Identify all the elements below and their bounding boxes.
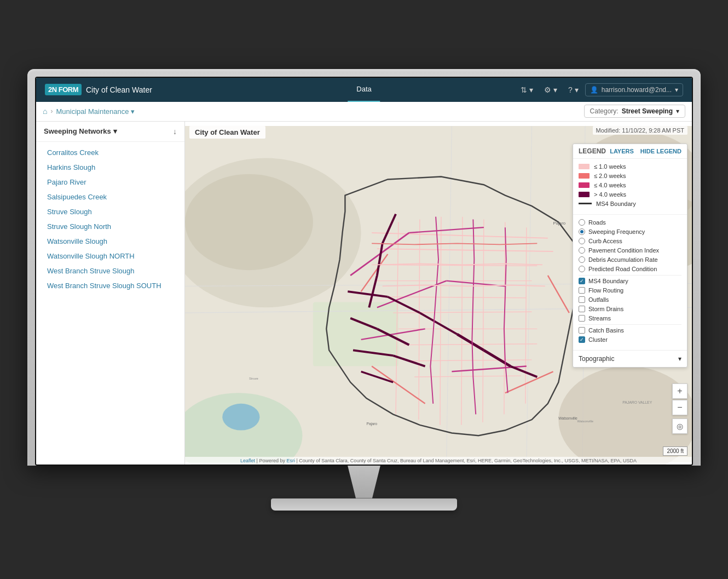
swatch-2wk (579, 173, 590, 179)
legend-tabs: LAYERS HIDE LEGEND (610, 148, 681, 154)
layer-divider-1 (579, 275, 681, 276)
map-area[interactable]: Pajaro Watsonville Pajaro PAJARO VALLEY … (185, 122, 692, 466)
sidebar-title[interactable]: Sweeping Networks ▾ (44, 127, 117, 135)
line-ms4 (579, 203, 592, 204)
checkbox-outfalls[interactable] (579, 296, 585, 303)
home-icon[interactable]: ⌂ (43, 107, 47, 116)
main-content: Sweeping Networks ▾ ↓ Corralitos Creek H… (36, 122, 692, 466)
layer-cluster[interactable]: ✓ Cluster (579, 336, 681, 343)
legend-item-1wk: ≤ 1.0 weeks (579, 163, 681, 170)
svg-point-2 (185, 174, 313, 270)
leaflet-link[interactable]: Leaflet (240, 458, 255, 463)
category-chevron: ▾ (676, 107, 679, 115)
layer-divider-2 (579, 324, 681, 325)
radio-curb-access[interactable] (579, 238, 585, 244)
layer-predicted-road[interactable]: Predicted Road Condition (579, 266, 681, 272)
svg-text:PAJARO VALLEY: PAJARO VALLEY (622, 400, 652, 404)
user-menu[interactable]: 👤 harrison.howard@2nd... ▾ (585, 83, 683, 96)
category-selector[interactable]: Category: Street Sweeping ▾ (584, 105, 685, 118)
layer-pci[interactable]: Pavement Condition Index (579, 247, 681, 254)
help-icon: ? (568, 85, 573, 94)
svg-text:Watsonville: Watsonville (558, 416, 577, 420)
swatch-1wk (579, 164, 590, 169)
checkbox-cluster[interactable]: ✓ (579, 336, 585, 343)
layer-ms4-boundary[interactable]: ✓ MS4 Boundary (579, 278, 681, 284)
checkbox-ms4-boundary[interactable]: ✓ (579, 278, 585, 284)
svg-text:Pajaro: Pajaro (366, 421, 377, 426)
legend-header: LEGEND LAYERS HIDE LEGEND (573, 144, 687, 159)
breadcrumb-sep: › (50, 107, 53, 115)
category-label: Category: (590, 107, 619, 115)
monitor-base (271, 498, 457, 511)
sort-button[interactable]: ⇅ ▾ (516, 83, 538, 96)
sidebar-sort-icon[interactable]: ↓ (173, 127, 177, 136)
zoom-in-button[interactable]: + (672, 383, 687, 399)
legend-item-4wk: ≤ 4.0 weeks (579, 182, 681, 188)
scale-bar: 2000 ft (663, 446, 687, 456)
locate-button[interactable]: ◎ (672, 419, 687, 434)
basemap-chevron: ▾ (678, 355, 681, 363)
radio-debris-rate[interactable] (579, 256, 585, 263)
layer-roads[interactable]: Roads (579, 219, 681, 226)
settings-chevron: ▾ (553, 85, 557, 94)
legend-section-frequency: ≤ 1.0 weeks ≤ 2.0 weeks ≤ 4.0 weeks (573, 159, 687, 215)
tab-layers[interactable]: LAYERS (610, 148, 634, 154)
layer-curb-access[interactable]: Curb Access (579, 238, 681, 244)
checkbox-storm-drains[interactable] (579, 306, 585, 312)
zoom-out-button[interactable]: − (672, 400, 687, 415)
layer-storm-drains[interactable]: Storm Drains (579, 306, 681, 312)
help-button[interactable]: ? ▾ (564, 83, 583, 96)
tab-hide-legend[interactable]: HIDE LEGEND (640, 148, 681, 154)
sidebar-header: Sweeping Networks ▾ ↓ (36, 122, 184, 142)
legend-item-gt4wk: > 4.0 weeks (579, 191, 681, 198)
list-item[interactable]: Watsonville Slough NORTH (36, 249, 184, 263)
list-item[interactable]: Salsipuedes Creek (36, 190, 184, 204)
layer-catch-basins[interactable]: Catch Basins (579, 327, 681, 334)
attribution-detail: | County of Santa Clara, County of Santa… (296, 458, 636, 463)
list-item[interactable]: Struve Slough (36, 204, 184, 219)
breadcrumb-chevron: ▾ (131, 107, 135, 116)
sidebar-title-chevron: ▾ (113, 127, 117, 135)
map-title: City of Clean Water (189, 126, 265, 139)
nav-icons: ⇅ ▾ ⚙ ▾ ? ▾ 👤 harrison.howard@2nd... (516, 83, 683, 96)
radio-predicted-road[interactable] (579, 266, 585, 272)
checkbox-catch-basins[interactable] (579, 327, 585, 334)
svg-text:Pajaro: Pajaro (553, 221, 565, 226)
category-value: Street Sweeping (622, 107, 673, 115)
legend-title: LEGEND (579, 147, 606, 155)
list-item[interactable]: Corralitos Creek (36, 145, 184, 160)
breadcrumb-bar: ⌂ › Municipal Maintenance ▾ Category: St… (36, 102, 692, 122)
logo-area: 2N FORM City of Clean Water (45, 84, 152, 95)
sort-chevron: ▾ (529, 85, 533, 94)
legend-item-ms4: MS4 Boundary (579, 200, 681, 207)
settings-button[interactable]: ⚙ ▾ (540, 83, 562, 96)
list-item[interactable]: West Branch Struve Slough (36, 263, 184, 278)
monitor-stand-neck (337, 466, 391, 498)
checkbox-flow-routing[interactable] (579, 287, 585, 294)
svg-point-4 (222, 403, 259, 430)
list-item[interactable]: Pajaro River (36, 175, 184, 190)
layer-outfalls[interactable]: Outfalls (579, 296, 681, 303)
help-chevron: ▾ (575, 85, 579, 94)
layer-flow-routing[interactable]: Flow Routing (579, 287, 681, 294)
esri-link[interactable]: Esri (286, 458, 295, 463)
attribution: Leaflet | Powered by Esri | County of Sa… (185, 457, 692, 465)
list-item[interactable]: Struve Slough North (36, 219, 184, 234)
list-item[interactable]: Harkins Slough (36, 160, 184, 175)
layer-debris-rate[interactable]: Debris Accumulation Rate (579, 256, 681, 263)
radio-pci[interactable] (579, 247, 585, 254)
settings-icon: ⚙ (544, 85, 551, 94)
layer-streams[interactable]: Streams (579, 315, 681, 322)
checkbox-streams[interactable] (579, 315, 585, 322)
list-item[interactable]: West Branch Struve Slough SOUTH (36, 278, 184, 293)
radio-sweeping-freq[interactable] (579, 228, 585, 235)
layer-sweeping-freq[interactable]: Sweeping Frequency (579, 228, 681, 235)
basemap-selector[interactable]: Topographic ▾ (573, 350, 687, 367)
swatch-gt4wk (579, 192, 590, 197)
map-modified: Modified: 11/10/22, 9:28 AM PST (593, 126, 687, 135)
svg-text:Struve: Struve (249, 376, 258, 380)
breadcrumb-municipal[interactable]: Municipal Maintenance ▾ (56, 107, 135, 116)
tab-data[interactable]: Data (348, 78, 380, 102)
radio-roads[interactable] (579, 219, 585, 226)
list-item[interactable]: Watsonville Slough (36, 234, 184, 249)
